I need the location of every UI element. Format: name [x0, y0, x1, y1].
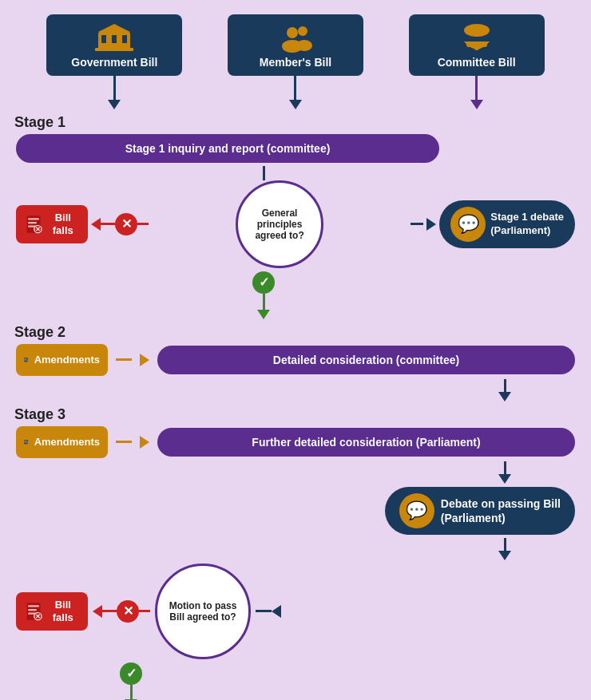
stage3-debate-pill: 💬 Debate on passing Bill(Parliament) [385, 487, 575, 535]
amendments-icon-2 [24, 349, 30, 371]
svg-rect-2 [112, 35, 117, 43]
svg-point-9 [296, 40, 312, 51]
svg-point-6 [287, 27, 298, 38]
government-bill-label: Government Bill [59, 56, 169, 69]
svg-rect-34 [28, 609, 37, 611]
svg-point-12 [474, 45, 479, 50]
stage3-debate-row: 💬 Debate on passing Bill(Parliament) [8, 487, 583, 535]
svg-text:✕: ✕ [35, 613, 41, 620]
svg-rect-1 [101, 35, 106, 43]
svg-rect-3 [122, 35, 127, 43]
check-circle-1: ✓ [252, 271, 275, 294]
stage1-debate-pill: 💬 Stage 1 debate(Parliament) [439, 200, 575, 248]
svg-point-13 [482, 42, 487, 47]
stage3-section: Stage 3 Amendments Further detailed co [8, 406, 583, 700]
stage1-inquiry-pill: Stage 1 inquiry and report (committee) [16, 134, 439, 163]
svg-point-31 [28, 441, 30, 442]
stage3-row: Amendments Further detailed consideratio… [8, 426, 583, 458]
stage3-decision-diamond: Motion to pass Bill agreed to? [155, 564, 251, 659]
stage2-consideration-pill: Detailed consideration (committee) [157, 346, 575, 374]
stage3-bill-falls-icon: ✕ [26, 599, 43, 624]
stage1-label: Stage 1 [14, 114, 583, 131]
svg-text:✕: ✕ [35, 226, 41, 233]
svg-rect-16 [28, 222, 37, 223]
government-icon [95, 22, 133, 53]
gov-arrow-line [113, 76, 116, 100]
stage3-label: Stage 3 [14, 406, 583, 423]
members-icon [276, 22, 315, 53]
stage1-inquiry-row: Stage 1 inquiry and report (committee) [16, 134, 575, 163]
committee-bill-label: Committee Bill [422, 56, 532, 69]
svg-marker-4 [98, 24, 130, 32]
svg-rect-15 [28, 218, 39, 219]
svg-point-11 [466, 42, 471, 47]
comm-arrow-line [475, 76, 478, 100]
stage3-decision-row: ✕ Bill falls ✕ Motion to pass Bill agree… [8, 564, 583, 659]
gov-arrow-head [108, 100, 121, 109]
bill-headers: Government Bill Member's Bill [8, 8, 583, 109]
main-container: Government Bill Member's Bill [0, 0, 591, 700]
stage2-row: Amendments Detailed consideration (commi… [8, 344, 583, 376]
stage3-bill-falls: ✕ Bill falls [16, 592, 88, 631]
stage1-chat-icon: 💬 [450, 207, 486, 242]
svg-rect-20 [24, 358, 27, 362]
mem-arrow-head [289, 100, 302, 109]
mem-arrow-line [294, 76, 296, 100]
bill-falls-icon: ✕ [26, 212, 43, 237]
stage2-section: Stage 2 Amendments Detailed consid [8, 324, 583, 401]
svg-point-25 [28, 358, 30, 360]
check-circle-2: ✓ [120, 662, 142, 685]
members-bill-card: Member's Bill [228, 14, 363, 76]
stage2-amendments: Amendments [16, 344, 108, 376]
amendments-icon-3 [24, 431, 30, 453]
stage1-bill-falls-group: ✕ Bill falls ✕ [16, 205, 149, 243]
bill-falls-arrow [91, 218, 101, 231]
stage1-decision-row: ✕ Bill falls ✕ General principles agreed… [8, 180, 583, 268]
stage3-debate-label: Debate on passing Bill(Parliament) [441, 496, 561, 525]
svg-point-7 [298, 26, 307, 36]
stage3-consideration-pill: Further detailed consideration (Parliame… [157, 428, 575, 457]
svg-point-10 [464, 24, 490, 37]
stage3-chat-icon: 💬 [399, 493, 434, 528]
stage2-label: Stage 2 [14, 324, 583, 341]
cross-circle-2: ✕ [117, 600, 139, 623]
members-bill-col: Member's Bill [228, 14, 363, 109]
stage1-section: Stage 1 Stage 1 inquiry and report (comm… [8, 114, 583, 319]
committee-icon [458, 22, 496, 53]
committee-bill-card: Committee Bill [409, 14, 545, 76]
cross-circle-1: ✕ [115, 213, 137, 235]
stage1-debate-label: Stage 1 debate(Parliament) [490, 211, 564, 238]
comm-arrow-head [470, 100, 483, 109]
government-bill-card: Government Bill [46, 14, 182, 76]
svg-rect-33 [28, 605, 39, 607]
stage1-decision-diamond: General principles agreed to? [236, 180, 323, 268]
svg-rect-5 [95, 48, 133, 51]
stage1-bill-falls: ✕ Bill falls [16, 205, 88, 243]
green-arrow-1 [263, 294, 265, 310]
committee-bill-col: Committee Bill [409, 14, 545, 109]
stage1-debate-group: 💬 Stage 1 debate(Parliament) [411, 200, 575, 248]
inquiry-to-decision-line [263, 166, 265, 180]
government-bill-col: Government Bill [46, 14, 182, 109]
stage3-amendments: Amendments [16, 426, 108, 458]
members-bill-label: Member's Bill [240, 56, 351, 69]
svg-rect-26 [24, 440, 27, 444]
